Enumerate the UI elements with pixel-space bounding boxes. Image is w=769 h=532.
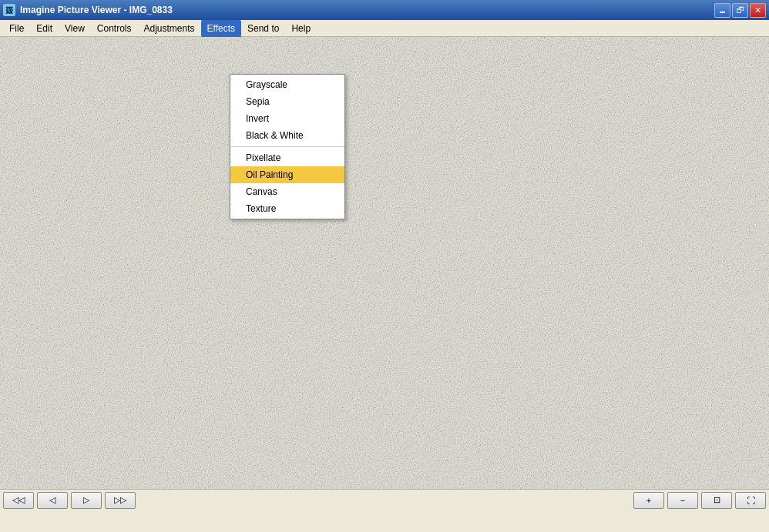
effects-dropdown: Grayscale Sepia Invert Black & White Pix… [230, 74, 345, 219]
image-display [0, 37, 769, 510]
effects-pixellate[interactable]: Pixellate [230, 149, 344, 166]
effects-sepia[interactable]: Sepia [230, 93, 344, 110]
window-title: Imagine Picture Viewer - IMG_0833 [20, 5, 173, 15]
fast-forward-button[interactable]: ▷▷ [105, 492, 136, 509]
menu-controls[interactable]: Controls [91, 20, 138, 37]
svg-rect-0 [0, 37, 769, 510]
effects-canvas[interactable]: Canvas [230, 183, 344, 200]
bottom-toolbar: ◁◁ ◁ ▷ ▷▷ + − ⊡ ⛶ [0, 489, 769, 510]
menu-edit[interactable]: Edit [30, 20, 59, 37]
prev-button[interactable]: ◁ [37, 492, 68, 509]
menu-adjustments[interactable]: Adjustments [138, 20, 201, 37]
zoom-out-button[interactable]: − [667, 492, 698, 509]
rewind-button[interactable]: ◁◁ [3, 492, 34, 509]
fit-button[interactable]: ⊡ [701, 492, 732, 509]
menu-separator [230, 146, 344, 147]
menu-file[interactable]: File [3, 20, 30, 37]
play-button[interactable]: ▷ [71, 492, 102, 509]
texture-overlay [0, 37, 769, 510]
zoom-in-button[interactable]: + [633, 492, 664, 509]
menu-send-to[interactable]: Send to [241, 20, 285, 37]
main-content: Grayscale Sepia Invert Black & White Pix… [0, 37, 769, 510]
restore-button[interactable]: 🗗 [732, 3, 748, 18]
app-icon: 🖼 [3, 4, 15, 16]
effects-oil-painting[interactable]: Oil Painting [230, 166, 344, 183]
effects-invert[interactable]: Invert [230, 110, 344, 127]
window-controls: 🗕 🗗 ✕ [714, 3, 766, 18]
close-button[interactable]: ✕ [750, 3, 766, 18]
effects-texture[interactable]: Texture [230, 200, 344, 217]
title-bar: 🖼 Imagine Picture Viewer - IMG_0833 🗕 🗗 … [0, 0, 769, 20]
title-text: 🖼 Imagine Picture Viewer - IMG_0833 [3, 4, 173, 16]
effects-grayscale[interactable]: Grayscale [230, 76, 344, 93]
fullscreen-button[interactable]: ⛶ [735, 492, 766, 509]
menu-bar: File Edit View Controls Adjustments Effe… [0, 20, 769, 37]
menu-effects[interactable]: Effects [201, 20, 241, 37]
effects-black-white[interactable]: Black & White [230, 127, 344, 144]
minimize-button[interactable]: 🗕 [714, 3, 730, 18]
menu-view[interactable]: View [59, 20, 91, 37]
menu-help[interactable]: Help [285, 20, 317, 37]
